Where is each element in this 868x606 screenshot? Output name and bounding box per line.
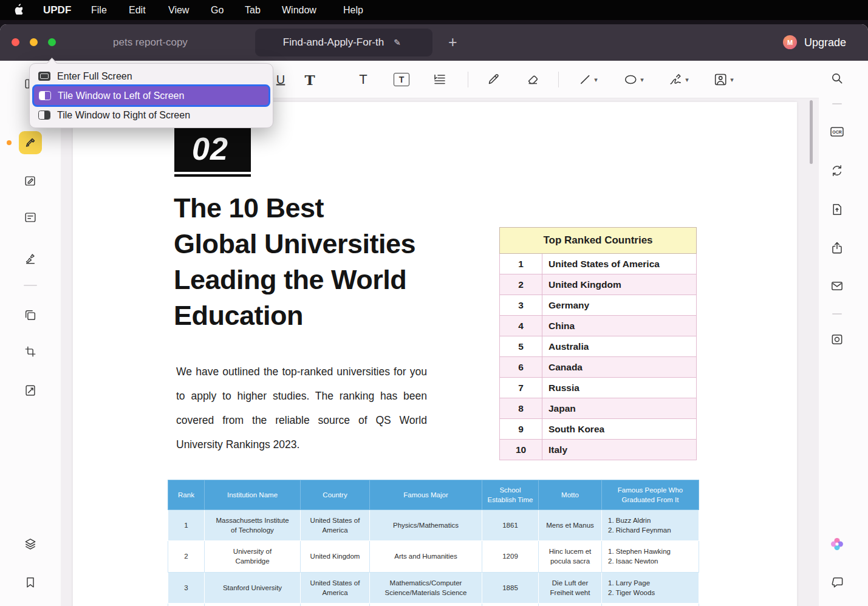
tab-find-and-apply[interactable]: Find-and-Apply-For-th ✎ <box>255 29 432 56</box>
new-tab-button[interactable]: + <box>448 33 457 51</box>
close-button[interactable] <box>12 38 19 46</box>
chevron-down-icon[interactable]: ▾ <box>640 76 644 84</box>
menu-item-enter-full-screen[interactable]: Enter Full Screen <box>32 67 270 86</box>
table-cell: Hinc lucem et pocula sacra <box>539 541 602 572</box>
menu-item-label: Enter Full Screen <box>57 71 132 82</box>
table-cell: 1096 <box>482 603 539 606</box>
ai-flower-icon <box>829 536 845 552</box>
pencil-tool[interactable] <box>486 72 501 87</box>
tab-pets-report[interactable]: pets report-copy <box>113 24 188 61</box>
account-avatar[interactable]: M <box>783 35 797 49</box>
table-cell: United Kingdom <box>542 274 697 295</box>
svg-text:OCR: OCR <box>832 130 842 134</box>
tab-label: pets report-copy <box>113 36 188 49</box>
apple-menu-icon[interactable] <box>15 4 24 17</box>
search-tool[interactable] <box>830 72 844 88</box>
extract-tool[interactable] <box>24 384 37 400</box>
table-cell: 4 <box>500 316 542 336</box>
form-tool[interactable] <box>24 211 37 226</box>
feedback-tool[interactable] <box>830 576 844 592</box>
menu-item-label: Tile Window to Left of Screen <box>58 90 184 101</box>
table-cell: 2 <box>168 541 205 572</box>
selected-tool-background <box>19 131 42 154</box>
chevron-down-icon[interactable]: ▾ <box>730 76 734 84</box>
screen: UPDF File Edit View Go Tab Window Help p… <box>0 0 868 606</box>
signature-tool[interactable]: ▾ <box>668 72 689 87</box>
menu-file[interactable]: File <box>91 5 107 16</box>
table-row: 5Australia <box>500 336 697 357</box>
edit-pdf-tool[interactable] <box>24 174 37 190</box>
crop-icon <box>24 345 37 358</box>
ocr-tool[interactable]: OCR <box>829 124 845 141</box>
shape-line-tool[interactable]: ▾ <box>578 73 598 86</box>
form-icon <box>24 211 37 224</box>
share-tool[interactable] <box>830 241 844 257</box>
menu-edit[interactable]: Edit <box>129 5 146 16</box>
mail-icon <box>830 279 844 293</box>
menu-view[interactable]: View <box>168 5 189 16</box>
email-tool[interactable] <box>830 279 844 296</box>
left-sidebar <box>0 61 61 606</box>
column-header: Rank <box>168 480 205 510</box>
table-cell: University of Oxford <box>205 603 301 606</box>
underline-tool[interactable]: U <box>276 73 285 87</box>
table-cell: Dominus <box>539 603 602 606</box>
menu-item-label: Tile Window to Right of Screen <box>57 110 190 121</box>
notification-dot <box>7 140 12 145</box>
rotate-arrows-icon <box>830 164 844 178</box>
upgrade-button[interactable]: Upgrade <box>804 24 846 61</box>
table-cell: 2 <box>500 274 542 295</box>
menu-tab[interactable]: Tab <box>245 5 261 16</box>
crop-tool[interactable] <box>24 345 37 361</box>
layers-tool[interactable] <box>24 537 38 554</box>
sign-tool[interactable] <box>24 251 37 267</box>
table-title: Top Ranked Countries <box>500 228 697 254</box>
convert-tool[interactable] <box>830 164 844 180</box>
chevron-down-icon[interactable]: ▾ <box>685 76 689 84</box>
table-row: 2University of CambridgeUnited KingdomAr… <box>168 541 699 572</box>
table-cell: Italy <box>542 440 697 460</box>
layers-icon <box>24 537 38 551</box>
typewriter-tool[interactable]: T <box>304 72 315 88</box>
bookmark-tool[interactable] <box>24 576 37 591</box>
tile-left-icon <box>39 91 51 100</box>
updf-ai-tool[interactable] <box>829 536 845 554</box>
menu-help[interactable]: Help <box>343 5 363 16</box>
table-cell: 1 <box>500 254 542 274</box>
menu-item-tile-window-left[interactable]: Tile Window to Left of Screen <box>32 84 270 107</box>
toolbar-divider <box>468 72 468 87</box>
menu-item-tile-window-right[interactable]: Tile Window to Right of Screen <box>32 106 270 124</box>
rename-tab-icon[interactable]: ✎ <box>390 35 405 50</box>
table-row: 9South Korea <box>500 419 697 440</box>
ocr-icon: OCR <box>829 124 845 139</box>
ellipse-shape-icon <box>623 72 638 87</box>
comment-highlighter-tool[interactable] <box>19 131 42 154</box>
organize-pages-tool[interactable] <box>24 308 37 324</box>
table-cell: Stanford University <box>205 572 301 603</box>
stamp-tool[interactable]: ▾ <box>713 72 734 87</box>
text-comment-tool[interactable]: T <box>359 72 367 87</box>
export-page-tool[interactable] <box>830 203 844 219</box>
chevron-down-icon[interactable]: ▾ <box>594 76 598 84</box>
search-icon <box>830 72 844 86</box>
table-cell: Massachusetts Institute of Technology <box>205 510 301 541</box>
text-box-tool[interactable]: T <box>394 73 409 86</box>
callout-tool[interactable] <box>432 72 447 87</box>
top-ranked-countries-table: Top Ranked Countries 1United States of A… <box>499 227 697 460</box>
column-header: Country <box>301 480 370 510</box>
app-menu-updf[interactable]: UPDF <box>43 4 71 16</box>
table-cell: Germany <box>542 295 697 316</box>
fullscreen-icon <box>38 72 50 81</box>
menu-window[interactable]: Window <box>282 5 316 16</box>
sidebar-divider <box>24 285 37 286</box>
table-cell: China <box>542 316 697 336</box>
table-row: 2United Kingdom <box>500 274 697 295</box>
pdf-page: 02 The 10 Best Global Universities Leadi… <box>73 102 797 606</box>
vertical-scrollbar[interactable] <box>810 100 813 164</box>
capture-tool[interactable] <box>830 333 844 349</box>
eraser-tool[interactable] <box>525 72 540 87</box>
menu-go[interactable]: Go <box>211 5 224 16</box>
zoom-button[interactable] <box>48 38 56 46</box>
shape-ellipse-tool[interactable]: ▾ <box>623 72 644 87</box>
minimize-button[interactable] <box>30 38 38 46</box>
